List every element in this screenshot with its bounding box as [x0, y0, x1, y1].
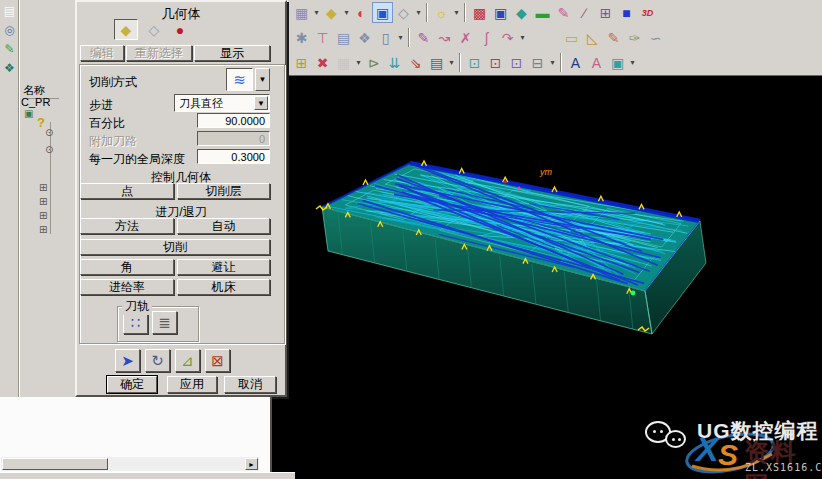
machine-button[interactable]: 机床 [177, 279, 270, 295]
verify-toolpath-icon[interactable]: ⊿ [175, 349, 200, 372]
dropdown-arrow-icon[interactable]: ▾ [518, 27, 527, 48]
light-bulb-icon[interactable]: ☼ [431, 2, 452, 23]
dropdown-arrow-icon[interactable]: ▾ [452, 2, 461, 23]
depth-per-cut-field[interactable]: 0.3000 [197, 149, 270, 164]
brush-icon[interactable]: ✎ [1, 40, 18, 57]
blue-square-icon[interactable]: ■ [616, 2, 637, 23]
part-geometry-icon[interactable]: ◆ [114, 19, 138, 40]
clamp-icon[interactable]: ⊳ [363, 52, 384, 73]
solid-block-icon[interactable]: ◆ [321, 2, 342, 23]
annotate-icon[interactable]: ✎ [603, 27, 624, 48]
automatic-button[interactable]: 自动 [177, 218, 270, 234]
dropdown-arrow-icon[interactable]: ▾ [447, 52, 456, 73]
blue-cube-icon[interactable]: ▣ [490, 2, 511, 23]
method-button[interactable]: 方法 [80, 218, 174, 234]
scrollbar-right-arrow[interactable]: ► [245, 458, 258, 470]
wireframe-view-icon[interactable]: ◇ [393, 2, 414, 23]
cut-method-dropdown-arrow[interactable]: ▼ [255, 68, 270, 91]
cutting-button[interactable]: 切削 [80, 239, 270, 255]
feed-rates-button[interactable]: 进给率 [80, 279, 174, 295]
tree-node-icon[interactable]: ⊙ [45, 127, 53, 138]
cancel-button[interactable]: 取消 [224, 376, 276, 393]
combo-arrow-icon[interactable]: ▼ [254, 96, 268, 110]
fillet-icon[interactable]: ↷ [497, 27, 518, 48]
text-style-icon[interactable]: A [565, 52, 586, 73]
display-geometry-button[interactable]: 显示 [194, 45, 270, 61]
scrollbar-thumb[interactable] [2, 458, 108, 470]
red-display-icon[interactable]: ▩ [469, 2, 490, 23]
replay-toolpath-icon[interactable]: ↻ [145, 349, 170, 372]
arc-icon[interactable]: ↝ [434, 27, 455, 48]
layer-move-icon[interactable]: ⊡ [485, 52, 506, 73]
navigator-tree-item[interactable]: C_PR [21, 96, 50, 108]
quick-measure-icon[interactable]: ✑ [624, 27, 645, 48]
reselect-geometry-button[interactable]: 重新选择 [126, 45, 192, 61]
3d-toggle-icon[interactable]: 3D [637, 2, 658, 23]
dropdown-arrow-icon[interactable]: ▾ [548, 52, 557, 73]
tree-node-icon[interactable]: ⊙ [45, 144, 53, 155]
help-question-icon[interactable]: ? [37, 115, 45, 130]
generate-toolpath-icon[interactable]: ➤ [115, 349, 140, 372]
shade-pie-icon[interactable]: ◐ [351, 2, 372, 23]
check-geometry-icon[interactable]: ● [168, 19, 192, 40]
textbox-icon[interactable]: ▣ [607, 52, 628, 73]
stepover-combo[interactable]: 刀具直径 ▼ [174, 94, 270, 112]
dropdown-arrow-icon[interactable]: ▾ [396, 27, 405, 48]
swoosh-icon[interactable]: ∽ [645, 27, 666, 48]
dropdown-arrow-icon[interactable]: ▾ [342, 2, 351, 23]
datum-plane-icon[interactable]: ⊤ [312, 27, 333, 48]
annotate-icon-glyph: ✎ [608, 31, 620, 45]
import-arrows-icon[interactable]: ⇊ [384, 52, 405, 73]
point-button[interactable]: 点 [80, 183, 174, 199]
sketch-icon[interactable]: ◎ [1, 21, 18, 38]
edit-geometry-button[interactable]: 编辑 [80, 45, 124, 61]
linked-bodies-icon[interactable]: ▦ [291, 2, 312, 23]
dropdown-arrow-icon[interactable]: ▾ [312, 2, 321, 23]
fan-icon[interactable]: ❖ [354, 27, 375, 48]
disabled-tool-icon[interactable]: ▦ [333, 52, 354, 73]
toolpath-list-icon[interactable]: ≣ [152, 311, 177, 334]
bracket-icon[interactable]: ▯ [375, 27, 396, 48]
wcs-icon[interactable]: ⊞ [291, 52, 312, 73]
measure-ruler-icon[interactable]: ▭ [561, 27, 582, 48]
datum-csys-icon[interactable]: ⊞ [595, 2, 616, 23]
line-icon[interactable]: ∕ [574, 2, 595, 23]
tree-node-icon[interactable]: ⊞ [39, 210, 47, 221]
horizontal-scrollbar[interactable]: ► [1, 457, 259, 471]
layer-state-icon[interactable]: ⊡ [506, 52, 527, 73]
green-panel-icon[interactable]: ▬ [532, 2, 553, 23]
palette-icon[interactable]: ❖ [1, 59, 18, 76]
tree-node-icon[interactable]: ⊞ [39, 224, 47, 235]
teal-plane-icon[interactable]: ◆ [511, 2, 532, 23]
avoidance-button[interactable]: 避让 [177, 259, 270, 275]
sketch-curve-icon[interactable]: ✎ [553, 2, 574, 23]
dropdown-arrow-icon[interactable]: ▾ [354, 52, 363, 73]
text-arrow-icon[interactable]: A [586, 52, 607, 73]
cut-method-pattern-button[interactable]: ≋ [226, 68, 253, 91]
layer-copy-icon[interactable]: ⊡ [464, 52, 485, 73]
blank-geometry-icon[interactable]: ◇ [142, 19, 166, 40]
dropdown-arrow-icon[interactable]: ▾ [628, 52, 637, 73]
angle-measure-icon[interactable]: ◺ [582, 27, 603, 48]
cut-levels-button[interactable]: 切削层 [177, 183, 270, 199]
pattern-icon[interactable]: ✱ [291, 27, 312, 48]
sheet-icon[interactable]: ▤ [333, 27, 354, 48]
geometry-node-icon[interactable]: ▣ [24, 108, 33, 119]
layer-settings-icon[interactable]: ⊟ [527, 52, 548, 73]
dropdown-arrow-icon[interactable]: ▾ [414, 2, 423, 23]
percent-field[interactable]: 90.0000 [197, 113, 270, 128]
delete-icon[interactable]: ✖ [312, 52, 333, 73]
trim-icon[interactable]: ✗ [455, 27, 476, 48]
tree-node-icon[interactable]: ⊞ [39, 182, 47, 193]
export-arrow-icon[interactable]: ⇘ [405, 52, 426, 73]
apply-button[interactable]: 应用 [167, 376, 217, 393]
corner-button[interactable]: 角 [80, 259, 174, 275]
shaded-view-icon[interactable]: ▣ [372, 2, 393, 23]
spline-pencil-icon[interactable]: ✎ [413, 27, 434, 48]
curve-fit-icon[interactable]: ʃ [476, 27, 497, 48]
doc-blue-icon[interactable]: ▤ [426, 52, 447, 73]
new-document-icon[interactable]: ▤ [1, 2, 18, 19]
tree-node-icon[interactable]: ⊞ [39, 196, 47, 207]
ok-button[interactable]: 确定 [107, 376, 157, 393]
list-output-icon[interactable]: ⊠ [205, 349, 230, 372]
